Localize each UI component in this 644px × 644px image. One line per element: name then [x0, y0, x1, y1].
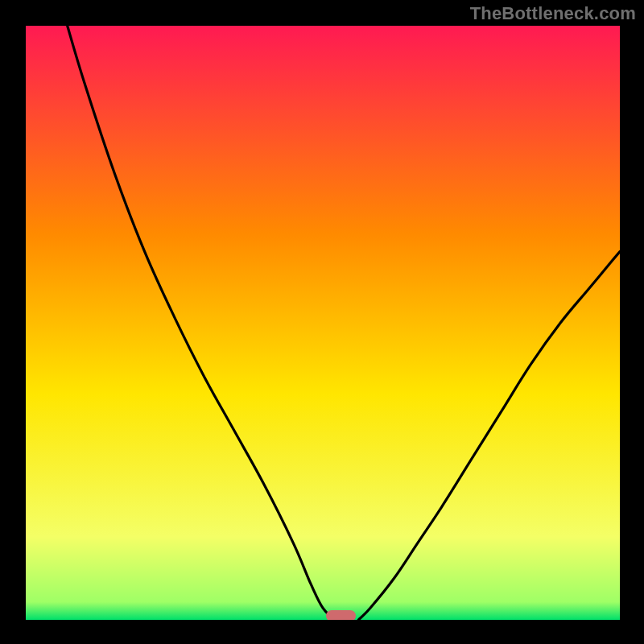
curve-left-branch — [68, 26, 335, 620]
bottleneck-curve — [26, 26, 620, 620]
chart-frame: TheBottleneck.com — [0, 0, 644, 644]
plot-area — [26, 26, 620, 620]
optimal-marker — [326, 610, 356, 620]
curve-right-branch — [358, 251, 620, 620]
watermark-text: TheBottleneck.com — [470, 3, 636, 24]
